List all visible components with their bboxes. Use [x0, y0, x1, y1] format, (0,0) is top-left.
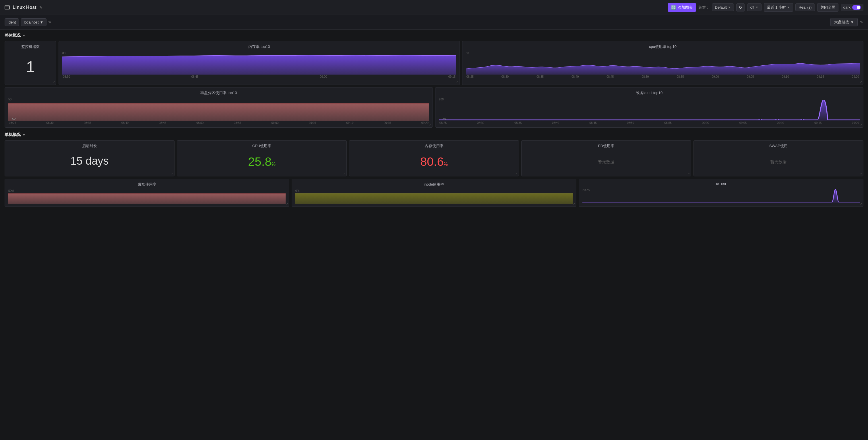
cluster-label: 集群：: [699, 5, 710, 10]
svg-rect-4: [8, 194, 286, 204]
cpu-top10-title: cpu使用率 top10: [466, 44, 860, 49]
cluster-dropdown[interactable]: Default ▼: [712, 3, 734, 11]
disk-x-labels: 08:25 08:30 08:35 08:40 08:45 08:50 08:5…: [8, 121, 429, 125]
corner-arrow-icon3: ↗: [860, 80, 862, 83]
filter-edit-icon[interactable]: ✎: [48, 20, 52, 24]
corner-arrow-icon11: ↗: [286, 202, 288, 205]
inode-svg: [296, 189, 572, 204]
topbar: Linux Host ✎ 🔢 添加图表 集群： Default ▼ ↻ off …: [0, 0, 868, 15]
memory-usage-value: 80.6%: [353, 151, 515, 173]
ident-tag: ident: [5, 19, 19, 26]
svg-text:0: 0: [12, 117, 16, 120]
dashlink-button[interactable]: 大盘链接 ▼: [830, 18, 858, 26]
disk-y-max: 50: [8, 98, 11, 101]
uptime-value: 15 days: [8, 151, 171, 171]
svg-rect-6: [296, 194, 572, 204]
cpu-usage-value: 25.8%: [181, 151, 343, 173]
uptime-title: 启动时长: [8, 143, 171, 148]
dark-mode-toggle[interactable]: dark: [841, 4, 863, 11]
swap-no-data: 暂无数据: [697, 151, 860, 173]
corner-arrow-icon12: ↗: [572, 202, 575, 205]
close-fullscreen-button[interactable]: 关闭全屏: [817, 3, 838, 12]
memory-y-label: 80: [62, 52, 65, 55]
content: 整体概况 ▼ 监控机器数 1 ↗ 内存率 top10 80: [0, 30, 868, 210]
monitor-count-title: 监控机器数: [8, 44, 53, 49]
section-overall-title: 整体概况: [5, 33, 21, 38]
disk-usage-chart: 50%: [8, 189, 286, 204]
section-single-header[interactable]: 单机概况 ▼: [5, 132, 863, 137]
corner-arrow-icon9: ↗: [687, 172, 690, 175]
corner-arrow-icon: ↗: [53, 80, 55, 83]
memory-x-labels: 08:30 08:45 09:00 09:15: [62, 75, 456, 78]
disk-svg: 0: [8, 98, 429, 121]
memory-svg: [62, 52, 456, 75]
filterbar-left: ident localhost ▼ ✎: [5, 19, 52, 26]
corner-arrow-icon10: ↗: [860, 172, 862, 175]
io-x-labels: 08:25 08:30 08:35 08:40 08:45 08:50 08:5…: [439, 121, 860, 125]
panel-disk-usage: 磁盘使用率 50% ↗: [5, 179, 289, 207]
cpu-usage-unit: %: [272, 162, 276, 167]
corner-arrow-icon4: ↗: [429, 123, 431, 126]
fd-no-data: 暂无数据: [525, 151, 687, 173]
res-button[interactable]: Res. (s): [795, 3, 815, 11]
single-bottom-grid: 磁盘使用率 50% ↗ inode使用率: [5, 179, 863, 207]
inode-usage-title: inode使用率: [296, 182, 572, 187]
off-label: off: [750, 5, 754, 9]
corner-arrow-icon6: ↗: [171, 172, 173, 175]
cluster-value: Default: [715, 5, 727, 9]
panel-disk-top10: 磁盘分区使用率 top10 50 0 08:25 08:: [5, 87, 433, 128]
memory-top10-chart: 80 08:30 08:45 09:00 09:15: [62, 52, 456, 78]
topbar-right: 🔢 添加图表 集群： Default ▼ ↻ off ▼ 最近 1 小时 ▼ R…: [668, 3, 863, 12]
inode-y-label: 0%: [296, 189, 299, 193]
io-util-top10-title: 设备io util top10: [439, 90, 860, 96]
fd-usage-title: FD使用率: [525, 143, 687, 148]
panel-io-util: io_util 200% ↗: [579, 179, 863, 207]
svg-text:0: 0: [442, 118, 446, 121]
memory-usage-number: 80.6: [420, 155, 444, 168]
panel-swap: SWAP使用 暂无数据 ↗: [693, 140, 863, 176]
topbar-left: Linux Host ✎: [5, 5, 43, 10]
filterbar-right: 大盘链接 ▼ ✎: [830, 18, 863, 26]
io-util-y-label: 200%: [582, 189, 590, 192]
corner-arrow-icon13: ↗: [860, 202, 862, 205]
overall-middle-grid: 磁盘分区使用率 top10 50 0 08:25 08:: [5, 87, 863, 128]
time-chevron-icon: ▼: [787, 6, 790, 9]
off-dropdown[interactable]: off ▼: [747, 3, 762, 11]
host-select[interactable]: localhost ▼: [21, 19, 46, 26]
disk-top10-chart: 50 0 08:25 08:30 08:35: [8, 98, 429, 125]
add-chart-button[interactable]: 🔢 添加图表: [668, 3, 696, 12]
add-chart-label: 添加图表: [678, 5, 693, 10]
overall-top-grid: 监控机器数 1 ↗ 内存率 top10 80: [5, 41, 863, 85]
host-value: localhost: [24, 20, 38, 24]
off-chevron-icon: ▼: [755, 6, 758, 9]
panel-monitor-count: 监控机器数 1 ↗: [5, 41, 56, 85]
panel-inode-usage: inode使用率 0% ↗: [291, 179, 577, 207]
inode-usage-chart: 0%: [296, 189, 572, 204]
time-range-dropdown[interactable]: 最近 1 小时 ▼: [764, 3, 793, 12]
panel-uptime: 启动时长 15 days ↗: [5, 140, 175, 176]
title-edit-icon[interactable]: ✎: [39, 5, 43, 10]
refresh-button[interactable]: ↻: [736, 3, 745, 11]
panel-io-util-top10: 设备io util top10 200 0 08:25: [435, 87, 863, 128]
corner-arrow-icon5: ↗: [860, 123, 862, 126]
monitor-count-value: 1: [8, 52, 53, 82]
disk-usage-title: 磁盘使用率: [8, 182, 286, 187]
section-overall-header[interactable]: 整体概况 ▼: [5, 33, 863, 38]
svg-rect-0: [8, 104, 429, 121]
dashlink-label: 大盘链接: [834, 20, 849, 25]
toggle-switch[interactable]: [852, 5, 861, 10]
corner-arrow-icon7: ↗: [343, 172, 345, 175]
io-util-title: io_util: [582, 182, 860, 186]
section-single-chevron-icon: ▼: [22, 133, 26, 137]
panel-cpu-usage: CPU使用率 25.8% ↗: [177, 140, 347, 176]
swap-title: SWAP使用: [697, 143, 860, 148]
cpu-usage-title: CPU使用率: [181, 143, 343, 148]
section-overall-chevron-icon: ▼: [22, 34, 26, 37]
cpu-usage-number: 25.8: [248, 155, 272, 168]
dashlink-edit-icon[interactable]: ✎: [860, 20, 863, 24]
io-svg: 0: [439, 98, 860, 121]
host-chevron-icon: ▼: [40, 20, 43, 24]
memory-usage-title: 内存使用率: [353, 143, 515, 148]
dashlink-chevron-icon: ▼: [850, 20, 854, 24]
io-util-chart: 200%: [582, 189, 860, 203]
